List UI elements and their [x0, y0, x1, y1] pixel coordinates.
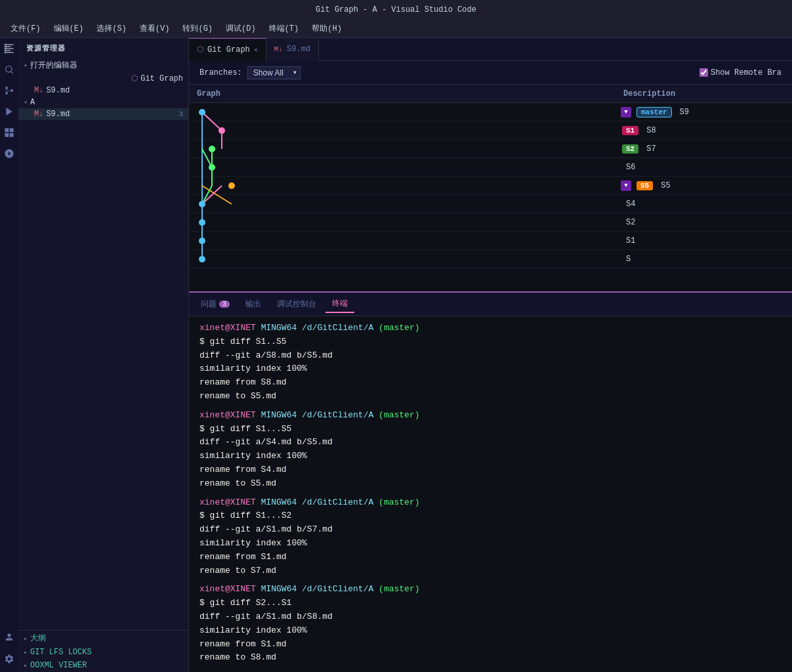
terminal-out-3: diff --git a/S1.md b/S8.mdsimilarity ind… — [199, 610, 782, 665]
commit-msg-4: S5 — [656, 181, 670, 190]
terminal-content[interactable]: xinet@XINET MINGW64 /d/GitClient/A (mast… — [189, 316, 792, 672]
menu-goto[interactable]: 转到(G) — [177, 22, 218, 35]
branch-s2[interactable]: S2 — [622, 144, 638, 154]
menu-bar: 文件(F) 编辑(E) 选择(S) 查看(V) 转到(G) 调试(D) 终端(T… — [0, 20, 792, 38]
menu-help[interactable]: 帮助(H) — [306, 22, 347, 35]
show-remote-checkbox[interactable] — [699, 68, 708, 77]
git-graph-label: Git Graph — [140, 74, 183, 83]
branches-label: Branches: — [199, 68, 242, 77]
sidebar-outline[interactable]: ▸ 大纲 — [18, 631, 188, 646]
menu-view[interactable]: 查看(V) — [135, 22, 175, 35]
activity-debug-icon[interactable] — [1, 104, 17, 119]
term-branch-0: (master) — [379, 323, 419, 333]
commit-row-3[interactable]: S6 — [189, 158, 792, 177]
menu-debug[interactable]: 调试(D) — [220, 22, 261, 35]
commit-row-0[interactable]: ▼ master S9 — [189, 103, 792, 121]
svg-rect-8 — [10, 128, 14, 132]
terminal-label: 终端 — [332, 298, 348, 309]
commit-msg-1: S8 — [641, 126, 656, 135]
tab-s9md-label: S9.md — [287, 45, 310, 54]
commit-info-1: S1 S8 — [615, 126, 792, 135]
branches-select[interactable]: Show All — [247, 66, 301, 79]
graph-svg-col-0 — [189, 103, 615, 121]
branch-s1[interactable]: S1 — [622, 126, 638, 135]
git-graph-file-icon: ⬡ — [131, 74, 138, 83]
menu-terminal[interactable]: 终端(T) — [264, 22, 304, 35]
commit-msg-5: S4 — [621, 200, 635, 209]
panel-tab-terminal[interactable]: 终端 — [325, 295, 354, 313]
outline-label: 大纲 — [30, 633, 46, 644]
tab-bar: ⬡ Git Graph ✕ M↓ S9.md — [189, 38, 792, 61]
panel-tab-output[interactable]: 输出 — [239, 296, 268, 312]
commit-row-5[interactable]: S4 — [189, 195, 792, 213]
panel-tabs: 问题 3 输出 调试控制台 终端 — [189, 293, 792, 316]
tab-git-graph[interactable]: ⬡ Git Graph ✕ — [189, 38, 266, 61]
commit-row-4[interactable]: ▼ S5 S5 — [189, 177, 792, 195]
term-branch-2: (master) — [379, 497, 419, 507]
activity-remote-icon[interactable] — [1, 146, 17, 161]
ooxml-label: OOXML VIEWER — [30, 661, 87, 670]
sidebar-ooxml[interactable]: ▸ OOXML VIEWER — [18, 659, 188, 672]
tab-s9md[interactable]: M↓ S9.md — [266, 38, 319, 61]
activity-accounts-icon[interactable] — [1, 630, 17, 646]
term-user-1: xinet@XINET — [199, 410, 256, 420]
term-branch-1: (master) — [379, 410, 419, 420]
term-user-2: xinet@XINET — [199, 497, 256, 507]
tab-git-graph-close[interactable]: ✕ — [254, 46, 258, 54]
terminal-out-0: diff --git a/S8.md b/S5.mdsimilarity ind… — [199, 349, 782, 404]
sidebar-item-s9md-open[interactable]: M↓ S9.md — [18, 85, 188, 96]
activity-settings-icon[interactable] — [1, 651, 17, 667]
sidebar-item-git-graph[interactable]: ✕ ⬡ Git Graph — [18, 72, 188, 85]
terminal-out-1: diff --git a/S4.md b/S5.mdsimilarity ind… — [199, 436, 782, 490]
s9md-label: S9.md — [46, 110, 70, 119]
folder-a-section: ▾ A M↓ S9.md 3 — [18, 96, 188, 120]
graph-content[interactable]: ▼ master S9 S1 S8 — [189, 103, 792, 291]
graph-svg-col-1 — [189, 121, 615, 140]
activity-source-control-icon[interactable] — [1, 83, 17, 98]
folder-a-header[interactable]: ▾ A — [18, 96, 188, 108]
terminal-block-2: xinet@XINET MINGW64 /d/GitClient/A (mast… — [199, 496, 782, 578]
activity-extensions-icon[interactable] — [1, 125, 17, 140]
svg-point-4 — [5, 92, 8, 94]
activity-explorer-icon[interactable] — [1, 41, 17, 56]
menu-file[interactable]: 文件(F) — [5, 22, 46, 35]
git-graph-tab-icon: ⬡ — [197, 45, 203, 54]
svg-point-3 — [5, 87, 8, 89]
s9md-open-label: S9.md — [46, 86, 70, 95]
svg-rect-10 — [10, 133, 14, 137]
open-editors-header[interactable]: ▾ 打开的编辑器 — [18, 58, 188, 72]
terminal-cmd-1: $ git diff S1...S5 — [199, 423, 782, 436]
folder-chevron-icon: ▾ — [24, 98, 28, 106]
commit-row-8[interactable]: S — [189, 250, 792, 268]
toolbar: Branches: Show All Show Remote Bra — [189, 61, 792, 85]
menu-select[interactable]: 选择(S) — [91, 22, 132, 35]
term-path-3: MINGW64 /d/GitClient/A — [261, 584, 374, 594]
commit-msg-0: S9 — [675, 108, 689, 117]
branches-select-wrapper[interactable]: Show All — [247, 66, 301, 79]
commit-info-3: S6 — [615, 163, 792, 172]
commit-row-7[interactable]: S1 — [189, 232, 792, 250]
problems-label: 问题 — [201, 299, 217, 310]
commit-row-6[interactable]: S2 — [189, 213, 792, 232]
commit-row-1[interactable]: S1 S8 — [189, 121, 792, 140]
panel-tab-problems[interactable]: 问题 3 — [194, 296, 236, 312]
title-bar: Git Graph - A - Visual Studio Code — [0, 0, 792, 20]
branch-master[interactable]: master — [636, 107, 672, 117]
activity-bar — [0, 38, 18, 672]
tag-icon-4: ▼ — [621, 180, 631, 191]
panel-tab-debug-console[interactable]: 调试控制台 — [270, 296, 323, 312]
branch-s5[interactable]: S5 — [636, 181, 653, 190]
graph-svg-col-2 — [189, 140, 615, 158]
menu-edit[interactable]: 编辑(E) — [49, 22, 89, 35]
sidebar-git-lfs[interactable]: ▸ GIT LFS LOCKS — [18, 646, 188, 659]
graph-svg-col-8 — [189, 250, 615, 268]
activity-search-icon[interactable] — [1, 62, 17, 77]
content-area: ⬡ Git Graph ✕ M↓ S9.md Branches: Show Al… — [189, 38, 792, 672]
term-user-3: xinet@XINET — [199, 584, 256, 594]
sidebar-item-s9md[interactable]: M↓ S9.md 3 — [18, 108, 188, 120]
commit-row-2[interactable]: S2 S7 — [189, 140, 792, 158]
commit-info-0: ▼ master S9 — [615, 107, 792, 117]
commit-info-2: S2 S7 — [615, 144, 792, 154]
commit-info-7: S1 — [615, 236, 792, 245]
terminal-prompt-1: xinet@XINET MINGW64 /d/GitClient/A (mast… — [199, 409, 782, 423]
